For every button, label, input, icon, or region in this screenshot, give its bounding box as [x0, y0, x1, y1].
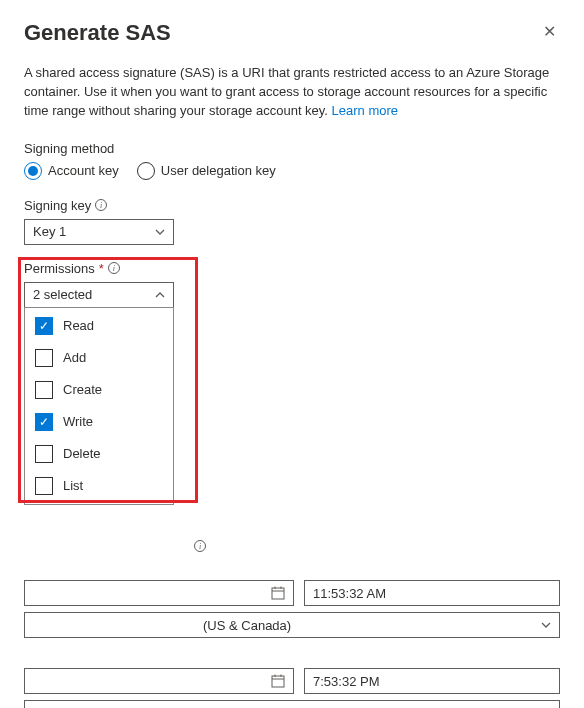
description-text: A shared access signature (SAS) is a URI… — [24, 64, 560, 121]
description-body: A shared access signature (SAS) is a URI… — [24, 65, 549, 118]
signing-key-select[interactable]: Key 1 — [24, 219, 174, 245]
perm-item-add[interactable]: Add — [25, 342, 173, 374]
perm-label: List — [63, 478, 83, 493]
select-value: Key 1 — [33, 224, 66, 239]
checkbox-icon — [35, 349, 53, 367]
radio-label: User delegation key — [161, 163, 276, 178]
checkbox-icon — [35, 477, 53, 495]
radio-label: Account key — [48, 163, 119, 178]
expiry-timezone-select[interactable]: (UTC-08:00) Pacific Time (US & Canada) — [24, 700, 560, 708]
signing-key-label: Signing key i — [24, 198, 560, 213]
perm-item-read[interactable]: ✓ Read — [25, 310, 173, 342]
chevron-down-icon — [155, 229, 165, 235]
calendar-icon — [271, 586, 285, 600]
checkbox-icon: ✓ — [35, 413, 53, 431]
expiry-time-input[interactable]: 7:53:32 PM — [304, 668, 560, 694]
perm-label: Read — [63, 318, 94, 333]
info-icon[interactable]: i — [95, 199, 107, 211]
radio-icon — [137, 162, 155, 180]
radio-account-key[interactable]: Account key — [24, 162, 119, 180]
close-button[interactable]: ✕ — [539, 20, 560, 44]
label-text: Permissions — [24, 261, 95, 276]
permissions-label: Permissions * i — [24, 261, 560, 276]
time-value: 11:53:32 AM — [313, 586, 386, 601]
perm-item-delete[interactable]: Delete — [25, 438, 173, 470]
calendar-icon — [271, 674, 285, 688]
start-timezone-select[interactable]: (US & Canada) — [24, 612, 560, 638]
expiry-date-input[interactable] — [24, 668, 294, 694]
checkbox-icon: ✓ — [35, 317, 53, 335]
perm-label: Delete — [63, 446, 101, 461]
perm-label: Write — [63, 414, 93, 429]
permissions-dropdown: ✓ Read Add Create ✓ Write Delete List — [24, 307, 174, 505]
perm-label: Add — [63, 350, 86, 365]
learn-more-link[interactable]: Learn more — [332, 103, 398, 118]
start-time-input[interactable]: 11:53:32 AM — [304, 580, 560, 606]
perm-item-write[interactable]: ✓ Write — [25, 406, 173, 438]
permissions-select[interactable]: 2 selected — [24, 282, 174, 308]
radio-icon — [24, 162, 42, 180]
info-icon[interactable]: i — [108, 262, 120, 274]
signing-method-label: Signing method — [24, 141, 560, 156]
checkbox-icon — [35, 381, 53, 399]
checkbox-icon — [35, 445, 53, 463]
svg-rect-4 — [272, 676, 284, 687]
label-text: Signing key — [24, 198, 91, 213]
perm-item-list[interactable]: List — [25, 470, 173, 502]
perm-item-create[interactable]: Create — [25, 374, 173, 406]
select-value: 2 selected — [33, 287, 92, 302]
chevron-up-icon — [155, 292, 165, 298]
dialog-title: Generate SAS — [24, 20, 171, 46]
start-date-input[interactable] — [24, 580, 294, 606]
perm-label: Create — [63, 382, 102, 397]
tz-value: (US & Canada) — [203, 618, 291, 633]
time-value: 7:53:32 PM — [313, 674, 380, 689]
chevron-down-icon — [541, 622, 551, 628]
info-icon[interactable]: i — [194, 540, 206, 552]
required-asterisk: * — [99, 261, 104, 276]
svg-rect-0 — [272, 588, 284, 599]
radio-user-delegation[interactable]: User delegation key — [137, 162, 276, 180]
